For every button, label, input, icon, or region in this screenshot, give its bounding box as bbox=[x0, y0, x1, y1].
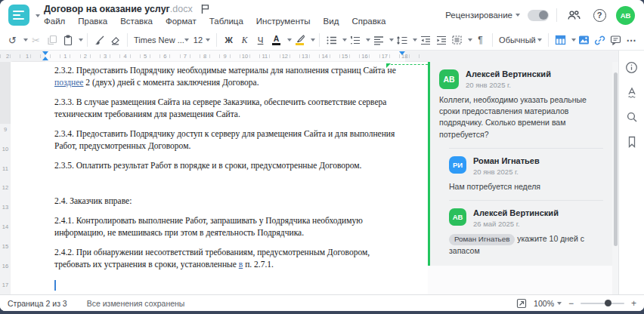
document-info-button[interactable] bbox=[623, 58, 641, 76]
zoom-level-dropdown[interactable]: 100% bbox=[534, 299, 562, 308]
comment-date: 20 янв 2025 г. bbox=[466, 81, 551, 89]
underline-button[interactable]: Ч bbox=[252, 32, 268, 48]
header: Договор на оказание услуг .docx ФайлПрав… bbox=[0, 0, 644, 30]
menu-item-2[interactable]: Вставка bbox=[120, 17, 153, 26]
paragraph-style-combo[interactable]: Обычный bbox=[497, 32, 544, 48]
user-avatar[interactable]: АВ bbox=[616, 6, 635, 25]
copy-icon bbox=[47, 35, 57, 45]
search-button[interactable] bbox=[623, 108, 641, 126]
menu-item-7[interactable]: Справка bbox=[351, 17, 385, 26]
ruler-number: 14 bbox=[321, 53, 327, 60]
status-bar: Страница 2 из 3 Все изменения сохранены … bbox=[0, 294, 644, 311]
more-tools-button[interactable]: ⋯ bbox=[624, 32, 639, 48]
info-icon bbox=[625, 61, 638, 74]
divider bbox=[548, 33, 549, 47]
brush-icon bbox=[94, 35, 105, 46]
review-mode-dropdown[interactable]: Рецензирование bbox=[445, 11, 520, 20]
font-size-combo[interactable]: 12 bbox=[191, 32, 212, 48]
logo-bar bbox=[13, 11, 24, 13]
image-icon bbox=[578, 35, 590, 45]
clear-style-button[interactable] bbox=[107, 32, 123, 48]
line-spacing-button[interactable] bbox=[394, 32, 410, 48]
header-right: Рецензирование ? АВ bbox=[445, 5, 635, 25]
text-run: 2.4.1. Контролировать выполнение Работ, … bbox=[54, 216, 363, 237]
toggle-knob bbox=[539, 11, 548, 20]
numbered-list-button[interactable] bbox=[347, 32, 363, 48]
font-name-combo[interactable]: Times New ... bbox=[132, 32, 191, 48]
paragraph: 2.3.4. Предоставить Подрядчику доступ к … bbox=[54, 128, 407, 152]
menu-item-0[interactable]: Файл bbox=[44, 17, 65, 26]
menu-item-6[interactable]: Вид bbox=[324, 17, 339, 26]
comment-header: РИРоман Игнатьев20 янв 2025 г. bbox=[449, 156, 603, 176]
comment-reply[interactable]: РИРоман Игнатьев20 янв 2025 г.Нам потреб… bbox=[449, 148, 603, 192]
comment-author: Алексей Вертинский bbox=[473, 208, 559, 218]
spellcheck-button[interactable] bbox=[623, 83, 641, 101]
paragraph-settings-button[interactable] bbox=[449, 32, 465, 48]
document-title[interactable]: Договор на оказание услуг bbox=[44, 4, 170, 14]
ruler-number: 15 bbox=[0, 243, 11, 250]
menu-item-1[interactable]: Правка bbox=[78, 17, 107, 26]
paste-button[interactable] bbox=[60, 32, 76, 48]
fit-width-icon[interactable] bbox=[516, 298, 527, 309]
bookmark-icon bbox=[627, 136, 637, 148]
ruler-number: 2 bbox=[84, 53, 87, 60]
cut-button[interactable]: ✂ bbox=[28, 32, 44, 48]
main-menu-caret-icon[interactable] bbox=[36, 14, 40, 17]
mention-pill: Роман Игнатьев bbox=[449, 234, 515, 245]
left-indent-marker[interactable] bbox=[42, 57, 48, 60]
ruler-number: 5 bbox=[144, 53, 147, 60]
comment-reply[interactable]: АВАлексей Вертинский26 май 2025 г.Роман … bbox=[449, 200, 603, 257]
menu-item-5[interactable]: Инструменты bbox=[256, 17, 311, 26]
highlight-color-button[interactable] bbox=[292, 32, 308, 48]
flag-icon[interactable] bbox=[200, 4, 210, 14]
comment[interactable]: АВАлексей Вертинский20 янв 2025 г.Коллег… bbox=[439, 69, 603, 140]
ruler-number: 10 bbox=[0, 146, 11, 152]
bullet-list-button[interactable] bbox=[324, 32, 339, 48]
collaboration-users-button[interactable] bbox=[565, 6, 583, 24]
ruler-number: 1 bbox=[26, 53, 29, 60]
copy-button[interactable] bbox=[44, 32, 60, 48]
insert-comment-button[interactable] bbox=[608, 32, 624, 48]
paste-caret-icon[interactable] bbox=[79, 38, 83, 42]
main-menu-button[interactable] bbox=[8, 5, 29, 26]
zoom-in-button[interactable]: + bbox=[631, 299, 636, 308]
decrease-indent-button[interactable] bbox=[417, 32, 433, 48]
text-run: 2.3.4. Предоставить Подрядчику доступ к … bbox=[54, 129, 395, 150]
numbered-list-icon bbox=[349, 35, 361, 45]
horizontal-ruler: 21123456789101112131415161718 bbox=[0, 51, 618, 62]
track-changes-toggle[interactable] bbox=[528, 10, 549, 21]
zoom-slider[interactable] bbox=[581, 303, 624, 304]
italic-button[interactable]: К bbox=[237, 32, 252, 48]
zoom-out-button[interactable]: − bbox=[568, 299, 574, 308]
format-painter-button[interactable] bbox=[91, 32, 107, 48]
paragraph: 2.3.5. Оплатить результат Работ в порядк… bbox=[54, 160, 407, 172]
zoom-slider-knob[interactable] bbox=[605, 300, 611, 306]
first-line-indent-marker[interactable] bbox=[42, 51, 48, 55]
page-indicator[interactable]: Страница 2 из 3 bbox=[8, 299, 67, 308]
toolbar: ↺ ✂ Times New ... 12 Ж К Ч bbox=[0, 30, 644, 51]
scrollbar-thumb[interactable] bbox=[614, 72, 618, 246]
document-page[interactable]: 2.3.2. Предоставить Подрядчику необходим… bbox=[11, 62, 428, 294]
align-button[interactable] bbox=[370, 32, 386, 48]
font-color-button[interactable]: А bbox=[268, 32, 284, 48]
menu-item-3[interactable]: Формат bbox=[166, 17, 197, 26]
comment-author: Роман Игнатьев bbox=[473, 156, 540, 166]
menu-item-4[interactable]: Таблица bbox=[209, 17, 243, 26]
comment-meta: Алексей Вертинский26 май 2025 г. bbox=[473, 208, 559, 228]
ruler-number: 16 bbox=[361, 53, 367, 60]
chevron-down-icon bbox=[206, 38, 210, 42]
increase-indent-button[interactable] bbox=[433, 32, 449, 48]
bookmarks-button[interactable] bbox=[623, 133, 641, 151]
comment-thread[interactable]: АВАлексей Вертинский20 янв 2025 г.Коллег… bbox=[428, 62, 612, 266]
highlight-caret-icon[interactable] bbox=[311, 38, 315, 42]
ruler-number: 12 bbox=[0, 184, 11, 191]
nonprinting-chars-button[interactable]: ¶ bbox=[472, 32, 488, 48]
comment-header: АВАлексей Вертинский20 янв 2025 г. bbox=[439, 69, 603, 89]
review-mode-label: Рецензирование bbox=[445, 11, 512, 20]
insert-image-button[interactable] bbox=[576, 32, 592, 48]
insert-link-button[interactable] bbox=[592, 32, 608, 48]
help-button[interactable]: ? bbox=[590, 6, 608, 24]
undo-button[interactable]: ↺ bbox=[5, 32, 20, 48]
insert-table-button[interactable] bbox=[553, 32, 568, 48]
bold-button[interactable]: Ж bbox=[221, 32, 237, 48]
